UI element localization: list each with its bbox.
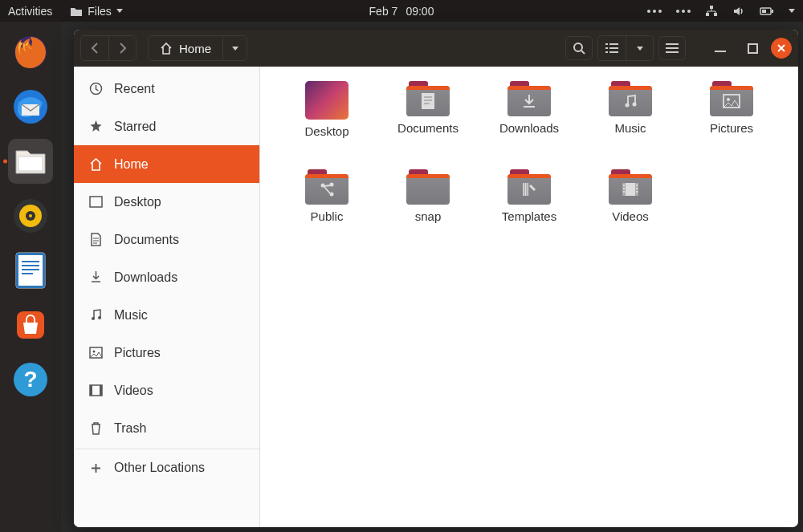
sidebar-label: Desktop (114, 195, 161, 209)
dock-help[interactable]: ? (8, 357, 53, 402)
sidebar-item-starred[interactable]: Starred (74, 108, 259, 145)
svg-text:?: ? (23, 367, 37, 392)
sidebar-label: Starred (114, 120, 156, 134)
indicator-dots-icon[interactable] (676, 10, 691, 13)
close-icon (777, 43, 786, 53)
svg-rect-42 (90, 385, 92, 396)
svg-rect-57 (623, 188, 625, 189)
thunderbird-icon (12, 88, 49, 125)
maximize-icon (748, 43, 758, 54)
folder-videos[interactable]: Videos (581, 169, 679, 250)
sidebar-item-recent[interactable]: Recent (74, 70, 259, 108)
sidebar-label: Pictures (114, 346, 161, 360)
plus-icon (88, 462, 103, 474)
chevron-down-icon[interactable] (789, 9, 795, 13)
svg-rect-19 (22, 273, 33, 274)
gnome-top-panel: Activities Files Feb 7 09:00 (0, 0, 803, 22)
view-dropdown[interactable] (626, 36, 653, 60)
network-icon[interactable] (705, 5, 718, 18)
folder-icon (507, 81, 551, 116)
svg-rect-34 (748, 44, 757, 53)
dock-thunderbird[interactable] (8, 84, 53, 129)
volume-icon[interactable] (732, 5, 745, 18)
svg-point-37 (92, 317, 95, 320)
sidebar-item-trash[interactable]: Trash (74, 409, 259, 447)
sidebar-item-home[interactable]: Home (74, 145, 259, 183)
nav-buttons (80, 35, 137, 61)
clock[interactable]: Feb 7 09:00 (369, 5, 434, 18)
list-view-button[interactable] (598, 36, 626, 60)
folder-templates[interactable]: Templates (480, 169, 578, 250)
files-window: Home Recen (74, 30, 798, 527)
svg-rect-8 (18, 156, 43, 171)
folder-desktop[interactable]: Desktop (278, 81, 376, 161)
svg-rect-52 (523, 183, 528, 196)
folder-label: Videos (612, 209, 649, 223)
sidebar-label: Downloads (114, 270, 177, 285)
svg-point-48 (727, 98, 730, 101)
folder-music[interactable]: Music (581, 81, 679, 161)
svg-rect-32 (666, 51, 679, 53)
folder-label: Desktop (304, 124, 349, 138)
path-bar[interactable]: Home (148, 35, 247, 61)
dock-software[interactable] (8, 303, 53, 347)
document-icon (13, 251, 48, 290)
path-label: Home (179, 42, 211, 55)
svg-rect-59 (636, 185, 638, 186)
app-menu-label: Files (88, 5, 112, 18)
home-icon (88, 158, 103, 171)
forward-button[interactable] (108, 36, 136, 60)
sidebar-label: Recent (114, 82, 155, 96)
help-icon: ? (12, 361, 49, 398)
folder-label: Music (614, 121, 646, 135)
svg-point-23 (574, 43, 582, 51)
svg-rect-16 (22, 261, 39, 262)
dock-files[interactable] (8, 139, 53, 184)
folder-icon (406, 81, 450, 116)
app-menu[interactable]: Files (70, 5, 123, 18)
svg-rect-17 (22, 265, 39, 266)
chevron-down-icon (637, 47, 643, 51)
sidebar-item-other-locations[interactable]: Other Locations (74, 449, 259, 486)
dock-rhythmbox[interactable] (8, 193, 53, 238)
folder-icon (70, 6, 83, 17)
maximize-button[interactable] (739, 36, 766, 60)
sidebar-item-videos[interactable]: Videos (74, 372, 259, 409)
svg-rect-18 (22, 269, 39, 270)
hamburger-menu-button[interactable] (658, 36, 686, 60)
close-button[interactable] (771, 38, 792, 59)
sidebar-item-desktop[interactable]: Desktop (74, 183, 259, 221)
chevron-down-icon (232, 47, 238, 51)
chevron-right-icon (118, 43, 128, 54)
running-indicator-icon (3, 160, 7, 164)
folder-pictures[interactable]: Pictures (683, 81, 781, 161)
battery-icon[interactable] (760, 6, 774, 17)
path-dropdown[interactable] (222, 36, 247, 60)
activities-button[interactable]: Activities (8, 5, 52, 18)
speaker-icon (12, 197, 49, 234)
search-button[interactable] (565, 36, 593, 60)
minimize-button[interactable] (707, 36, 734, 60)
folder-label: Templates (502, 209, 556, 223)
dock-firefox[interactable] (8, 30, 53, 75)
svg-rect-2 (714, 13, 717, 16)
sidebar-item-music[interactable]: Music (74, 296, 259, 334)
folder-public[interactable]: Public (278, 169, 376, 250)
folder-downloads[interactable]: Downloads (480, 81, 578, 161)
dock-libreoffice-writer[interactable] (8, 248, 53, 293)
folder-snap[interactable]: snap (379, 169, 477, 250)
sidebar-item-pictures[interactable]: Pictures (74, 334, 259, 372)
sidebar-label: Videos (114, 384, 153, 398)
indicator-dots-icon[interactable] (647, 10, 662, 13)
chevron-down-icon (116, 9, 123, 13)
svg-rect-61 (636, 191, 638, 193)
folder-documents[interactable]: Documents (379, 81, 477, 161)
back-button[interactable] (81, 36, 108, 60)
sidebar-label: Home (114, 157, 149, 172)
folder-icon (609, 169, 652, 205)
dock: ? (0, 22, 61, 532)
folder-label: Documents (397, 121, 459, 135)
sidebar-item-downloads[interactable]: Downloads (74, 258, 259, 296)
svg-rect-28 (605, 51, 608, 53)
sidebar-item-documents[interactable]: Documents (74, 221, 259, 258)
